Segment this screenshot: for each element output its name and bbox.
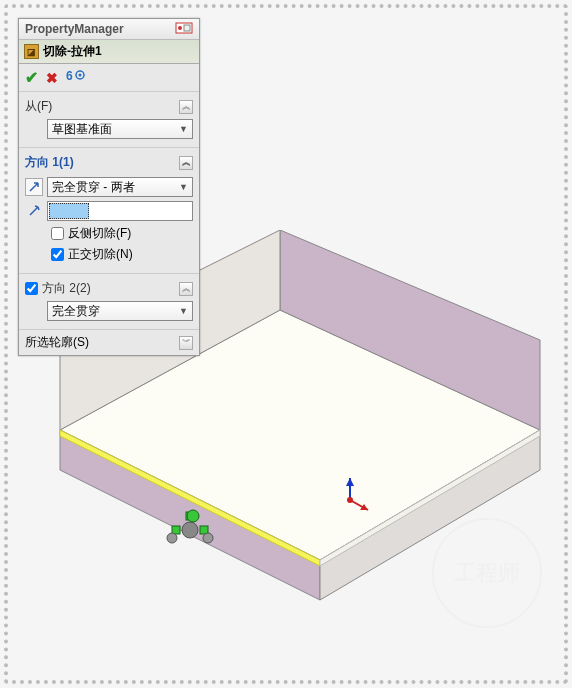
svg-point-12: [182, 522, 198, 538]
detail-preview-button[interactable]: 6: [66, 69, 86, 86]
cancel-button[interactable]: ✖: [46, 70, 58, 86]
direction2-enable-checkbox[interactable]: [25, 282, 38, 295]
property-manager-panel: PropertyManager ◪ 切除-拉伸1 ✔ ✖ 6 从(F) ︽ 草图…: [18, 18, 200, 356]
chevron-down-icon: ▼: [179, 306, 188, 316]
svg-point-11: [347, 497, 353, 503]
normal-cut-checkbox[interactable]: [51, 248, 64, 261]
direction1-end-value: 完全贯穿 - 两者: [52, 179, 135, 196]
direction1-selection-box[interactable]: [47, 201, 193, 221]
svg-point-17: [167, 533, 177, 543]
feature-title-bar: ◪ 切除-拉伸1: [19, 40, 199, 64]
direction1-end-condition-dropdown[interactable]: 完全贯穿 - 两者 ▼: [47, 177, 193, 197]
svg-point-18: [187, 510, 199, 522]
direction2-header[interactable]: 方向 2(2) ︽: [25, 278, 193, 301]
svg-point-20: [178, 26, 182, 30]
cut-extrude-icon: ◪: [24, 44, 39, 59]
panel-title-bar: PropertyManager: [19, 19, 199, 40]
selected-contours-label: 所选轮廓(S): [25, 334, 89, 351]
flip-side-row: 反侧切除(F): [51, 223, 193, 244]
pin-icon[interactable]: [175, 22, 193, 36]
chevron-down-icon: ▼: [179, 182, 188, 192]
chevron-down-icon[interactable]: ︾: [179, 336, 193, 350]
chevron-down-icon: ▼: [179, 124, 188, 134]
direction1-section: 方向 1(1) ︽ 完全贯穿 - 两者 ▼ 反侧切除(F): [19, 147, 199, 273]
svg-point-24: [79, 74, 82, 77]
selection-highlight: [49, 203, 89, 219]
selected-contours-section[interactable]: 所选轮廓(S) ︾: [19, 329, 199, 355]
direction-vector-icon[interactable]: [25, 202, 43, 220]
panel-title: PropertyManager: [25, 22, 124, 36]
feature-name: 切除-拉伸1: [43, 43, 102, 60]
from-header[interactable]: 从(F) ︽: [25, 96, 193, 119]
direction2-section: 方向 2(2) ︽ 完全贯穿 ▼: [19, 273, 199, 329]
watermark: 工程师: [432, 518, 542, 628]
from-dropdown[interactable]: 草图基准面 ▼: [47, 119, 193, 139]
svg-point-16: [203, 533, 213, 543]
direction1-header[interactable]: 方向 1(1) ︽: [25, 152, 193, 175]
flip-side-label: 反侧切除(F): [68, 225, 131, 242]
confirm-row: ✔ ✖ 6: [19, 64, 199, 91]
from-value: 草图基准面: [52, 121, 112, 138]
svg-rect-21: [184, 25, 190, 31]
svg-text:6: 6: [66, 69, 73, 83]
direction1-label: 方向 1(1): [25, 154, 74, 171]
chevron-up-icon[interactable]: ︽: [179, 282, 193, 296]
flip-side-checkbox[interactable]: [51, 227, 64, 240]
direction2-end-value: 完全贯穿: [52, 303, 100, 320]
reverse-direction-icon[interactable]: [25, 178, 43, 196]
ok-button[interactable]: ✔: [25, 68, 38, 87]
direction2-end-condition-dropdown[interactable]: 完全贯穿 ▼: [47, 301, 193, 321]
from-label: 从(F): [25, 98, 52, 115]
direction2-label: 方向 2(2): [42, 280, 91, 297]
chevron-up-icon[interactable]: ︽: [179, 100, 193, 114]
normal-cut-label: 正交切除(N): [68, 246, 133, 263]
normal-cut-row: 正交切除(N): [51, 244, 193, 265]
chevron-up-icon[interactable]: ︽: [179, 156, 193, 170]
from-section: 从(F) ︽ 草图基准面 ▼: [19, 91, 199, 147]
